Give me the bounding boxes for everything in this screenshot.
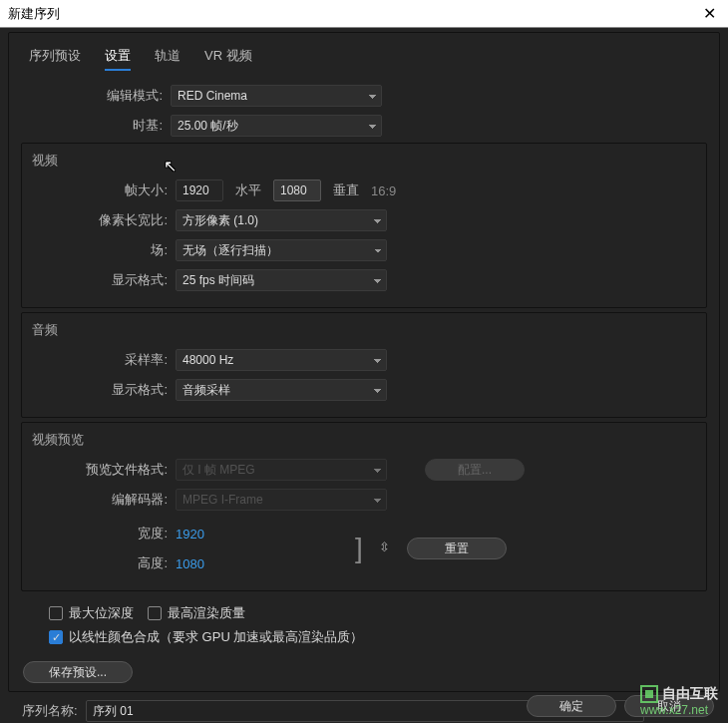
- max-bit-checkbox[interactable]: [49, 606, 63, 620]
- frame-size-label: 帧大小:: [26, 181, 176, 199]
- preview-format-label: 预览文件格式:: [26, 461, 176, 479]
- max-render-checkbox[interactable]: [148, 606, 162, 620]
- audio-section: 音频 采样率: 48000 Hz 显示格式: 音频采样: [21, 312, 707, 418]
- close-icon[interactable]: ✕: [699, 4, 720, 23]
- tab-tracks[interactable]: 轨道: [155, 47, 181, 71]
- fields-label: 场:: [26, 241, 176, 259]
- cancel-button[interactable]: 取消: [624, 695, 714, 717]
- sample-rate-select[interactable]: 48000 Hz: [176, 349, 387, 371]
- reset-button[interactable]: 重置: [407, 538, 507, 559]
- edit-mode-label: 编辑模式:: [9, 87, 171, 105]
- linear-label: 以线性颜色合成（要求 GPU 加速或最高渲染品质）: [69, 628, 363, 646]
- max-bit-label: 最大位深度: [69, 604, 134, 622]
- video-disp-label: 显示格式:: [26, 271, 176, 289]
- vertical-label: 垂直: [333, 181, 359, 199]
- title-bar: 新建序列 ✕: [0, 0, 728, 28]
- frame-width-input[interactable]: [176, 180, 223, 201]
- tab-bar: 序列预设 设置 轨道 VR 视频: [9, 41, 719, 79]
- preview-width-label: 宽度:: [26, 525, 176, 542]
- save-preset-button[interactable]: 保存预设...: [23, 661, 133, 683]
- timebase-select[interactable]: 25.00 帧/秒: [171, 115, 382, 137]
- timebase-label: 时基:: [9, 117, 171, 135]
- link-icon[interactable]: ⇳: [379, 540, 391, 557]
- bracket-icon: ]: [355, 533, 363, 564]
- tab-vr[interactable]: VR 视频: [204, 47, 252, 71]
- par-label: 像素长宽比:: [26, 211, 176, 229]
- preview-height-value[interactable]: 1080: [176, 556, 204, 571]
- video-section: 视频 帧大小: 水平 垂直 16:9 像素长宽比: 方形像素 (1.0) 场: …: [21, 143, 707, 308]
- audio-heading: 音频: [26, 319, 702, 343]
- audio-disp-select[interactable]: 音频采样: [176, 379, 387, 401]
- preview-section: 视频预览 预览文件格式: 仅 I 帧 MPEG 配置... 编解码器: MPEG…: [21, 422, 707, 591]
- frame-height-input[interactable]: [273, 180, 321, 201]
- codec-select: MPEG I-Frame: [176, 489, 387, 511]
- preview-format-select: 仅 I 帧 MPEG: [176, 459, 387, 481]
- horizontal-label: 水平: [235, 181, 261, 199]
- window-title: 新建序列: [8, 5, 699, 23]
- ok-button[interactable]: 确定: [527, 695, 616, 717]
- tab-settings[interactable]: 设置: [105, 47, 131, 71]
- video-heading: 视频: [26, 150, 702, 174]
- video-disp-select[interactable]: 25 fps 时间码: [176, 269, 387, 291]
- preview-height-label: 高度:: [26, 554, 176, 572]
- preview-heading: 视频预览: [26, 429, 702, 453]
- configure-button: 配置...: [425, 459, 525, 481]
- max-render-label: 最高渲染质量: [168, 604, 245, 622]
- fields-select[interactable]: 无场（逐行扫描）: [176, 239, 387, 261]
- tab-preset[interactable]: 序列预设: [29, 47, 81, 71]
- par-select[interactable]: 方形像素 (1.0): [176, 209, 387, 231]
- aspect-ratio: 16:9: [371, 183, 396, 198]
- edit-mode-select[interactable]: RED Cinema: [171, 85, 382, 107]
- sample-rate-label: 采样率:: [26, 351, 176, 369]
- codec-label: 编解码器:: [26, 491, 176, 509]
- cursor-icon: ↖: [164, 157, 177, 176]
- preview-width-value[interactable]: 1920: [176, 527, 204, 542]
- audio-disp-label: 显示格式:: [26, 381, 176, 399]
- linear-checkbox[interactable]: ✓: [49, 630, 63, 644]
